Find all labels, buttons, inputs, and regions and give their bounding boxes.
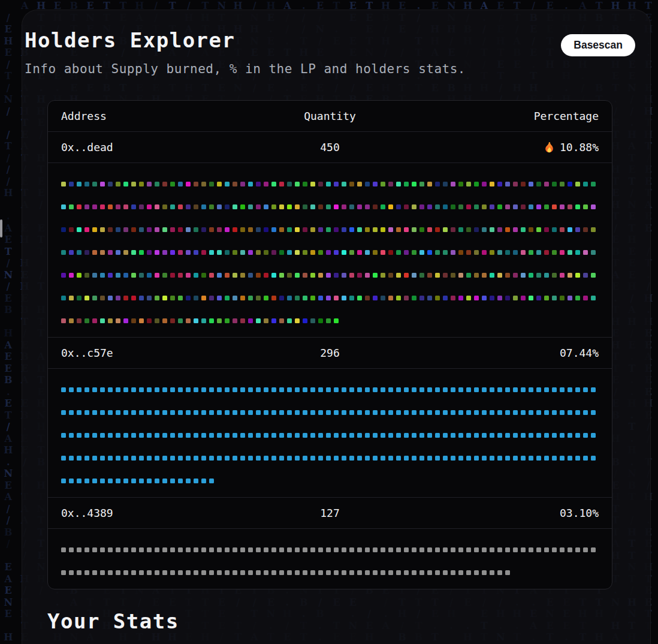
token-square (474, 570, 479, 575)
token-square (513, 273, 518, 278)
token-square (170, 182, 175, 186)
token-square (365, 433, 370, 438)
token-square (233, 456, 237, 461)
token-square (466, 433, 471, 438)
token-square (271, 182, 276, 186)
token-square (147, 570, 152, 575)
token-square (170, 456, 175, 461)
token-square (61, 273, 66, 278)
token-square (544, 273, 549, 278)
token-square (194, 227, 198, 232)
holders-explorer-card: Holders Explorer Basescan Info about Sup… (22, 10, 651, 644)
basescan-button[interactable]: Basescan (561, 34, 635, 56)
token-square (116, 410, 120, 415)
token-square (482, 547, 487, 552)
token-square (162, 479, 167, 483)
token-square (233, 273, 237, 278)
token-square (233, 204, 237, 209)
token-square (240, 273, 245, 278)
token-square (381, 227, 385, 232)
token-square (162, 570, 167, 575)
token-square (536, 387, 541, 392)
token-square (412, 410, 416, 415)
token-square (100, 570, 105, 575)
token-square (108, 227, 113, 232)
token-square (521, 410, 526, 415)
token-square (139, 433, 144, 438)
token-square (170, 296, 175, 300)
token-square (466, 250, 471, 255)
token-square (497, 182, 502, 186)
token-square (77, 273, 82, 278)
token-square (295, 387, 300, 392)
token-square (591, 456, 596, 461)
token-square (318, 318, 323, 323)
token-square (575, 296, 580, 300)
token-square (248, 296, 253, 300)
token-square (100, 456, 105, 461)
token-square (201, 318, 206, 323)
token-square (482, 570, 487, 575)
token-square (497, 570, 502, 575)
token-square (162, 182, 167, 186)
token-square (100, 318, 105, 323)
token-square (396, 433, 401, 438)
token-square (61, 296, 66, 300)
token-square (147, 182, 152, 186)
token-square (116, 204, 120, 209)
token-square (466, 570, 471, 575)
token-square (318, 296, 323, 300)
token-square (186, 456, 191, 461)
token-square (412, 387, 416, 392)
token-square (240, 182, 245, 186)
token-square (529, 456, 533, 461)
token-square (248, 433, 253, 438)
token-square (209, 570, 214, 575)
token-square (217, 433, 222, 438)
token-square (279, 318, 284, 323)
token-square (575, 227, 580, 232)
token-square (61, 547, 66, 552)
token-square (100, 410, 105, 415)
token-square (123, 273, 128, 278)
pattern-char: N (0, 468, 16, 480)
token-square (373, 227, 378, 232)
token-square (583, 204, 588, 209)
token-square (396, 250, 401, 255)
token-square (568, 456, 572, 461)
token-square (108, 296, 113, 300)
token-square (373, 570, 378, 575)
token-square (139, 387, 144, 392)
token-square (334, 387, 339, 392)
token-square (318, 250, 323, 255)
token-square (287, 204, 292, 209)
pattern-char: A (0, 573, 16, 585)
scrollbar-thumb[interactable] (0, 219, 2, 237)
token-square (342, 547, 346, 552)
token-square (544, 387, 549, 392)
token-square (256, 410, 261, 415)
token-square (186, 250, 191, 255)
token-square (248, 547, 253, 552)
token-square (513, 296, 518, 300)
token-square (318, 433, 323, 438)
token-square (583, 296, 588, 300)
token-square (412, 250, 416, 255)
token-square (505, 456, 510, 461)
token-square (201, 433, 206, 438)
token-square (225, 204, 230, 209)
token-square (170, 570, 175, 575)
token-square (194, 318, 198, 323)
token-square (271, 250, 276, 255)
token-square (178, 296, 183, 300)
token-square (178, 204, 183, 209)
token-square (131, 433, 136, 438)
token-square (451, 387, 455, 392)
token-square (583, 387, 588, 392)
holder-percentage: 03.10% (419, 507, 599, 519)
token-square (583, 273, 588, 278)
token-square (443, 273, 448, 278)
token-square (271, 296, 276, 300)
token-square (326, 227, 331, 232)
token-square (279, 204, 284, 209)
